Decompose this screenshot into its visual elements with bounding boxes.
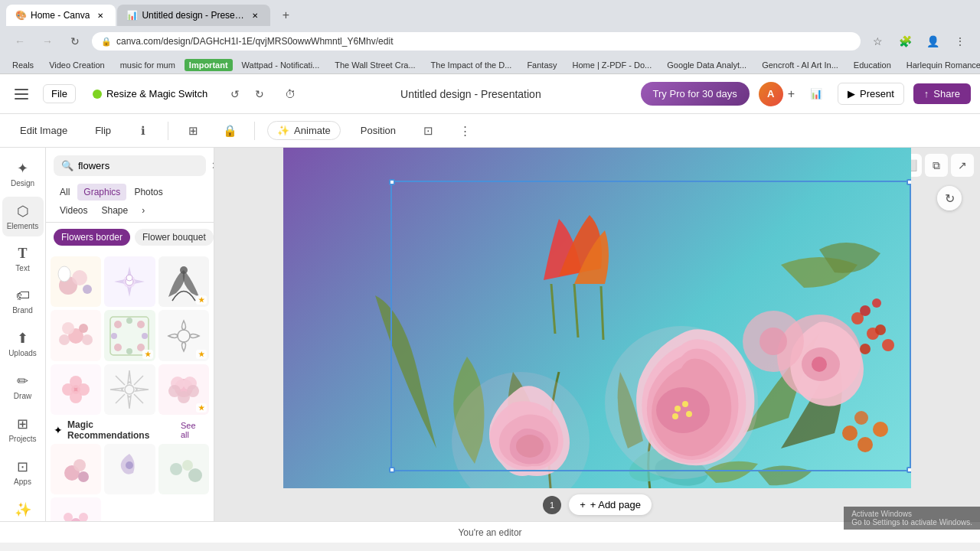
magic-item-2[interactable] xyxy=(104,444,155,494)
info-button[interactable]: ℹ xyxy=(131,119,155,143)
redo-button[interactable]: ↻ xyxy=(249,83,270,105)
flip-button[interactable]: Flip xyxy=(87,122,119,139)
refresh-canvas-button[interactable]: ↻ xyxy=(937,186,962,210)
magic-item-3[interactable] xyxy=(158,444,209,494)
sidebar-item-design[interactable]: ✦ Design xyxy=(2,154,44,194)
grid-item-7[interactable] xyxy=(51,364,101,415)
grid-item-3[interactable]: ★ xyxy=(158,256,209,307)
bookmark-wattpad[interactable]: Wattpad - Notificati... xyxy=(236,59,326,71)
extensions-btn[interactable]: 🧩 xyxy=(894,31,916,52)
separator-1 xyxy=(168,122,168,140)
bookmark-music[interactable]: music for mum xyxy=(114,59,181,71)
timer-button[interactable]: ⏱ xyxy=(279,83,301,105)
svg-point-41 xyxy=(126,461,133,469)
position-label: Position xyxy=(361,125,396,136)
forward-button[interactable]: → xyxy=(37,31,58,52)
bookmark-wsj[interactable]: The Wall Street Cra... xyxy=(328,59,421,71)
animate-button[interactable]: ✨ Animate xyxy=(267,121,341,140)
svg-point-84 xyxy=(875,324,886,335)
file-button[interactable]: File xyxy=(43,84,76,103)
sidebar-item-text[interactable]: T Text xyxy=(2,240,44,279)
edit-image-button[interactable]: Edit Image xyxy=(12,122,75,139)
sidebar-item-draw[interactable]: ✏ Draw xyxy=(2,367,44,406)
grid-item-5[interactable]: ★ xyxy=(104,310,155,360)
bookmark-impact[interactable]: The Impact of the D... xyxy=(425,59,518,71)
lock-button[interactable]: 🔒 xyxy=(217,119,242,143)
share-button[interactable]: ↑ Share xyxy=(913,83,971,104)
page-indicator[interactable]: 1 xyxy=(543,496,561,514)
add-page-button[interactable]: + + Add page xyxy=(569,494,652,515)
more-btn[interactable]: ⋮ xyxy=(949,31,971,52)
bookmark-important[interactable]: Important xyxy=(185,59,233,71)
new-tab-button[interactable]: + xyxy=(275,5,296,26)
sidebar-item-projects[interactable]: ⊞ Projects xyxy=(2,409,44,449)
tab-1-close[interactable]: ✕ xyxy=(94,9,106,21)
svg-point-77 xyxy=(672,413,678,419)
canvas[interactable] xyxy=(283,148,911,488)
browser-chrome: 🎨 Home - Canva ✕ 📊 Untitled design - Pre… xyxy=(0,0,980,74)
svg-point-90 xyxy=(860,305,871,316)
crop-button[interactable]: ⊞ xyxy=(181,119,205,143)
tab-2-close[interactable]: ✕ xyxy=(249,9,261,21)
svg-point-22 xyxy=(126,348,132,354)
analytics-button[interactable]: 📊 xyxy=(804,82,828,106)
magic-switch-label: Resize & Magic Switch xyxy=(106,88,207,99)
sidebar-item-elements[interactable]: ⬡ Elements xyxy=(2,197,44,236)
tab-shapes[interactable]: Shape xyxy=(95,202,134,219)
tab-videos[interactable]: Videos xyxy=(54,202,93,219)
add-page-plus-icon: + xyxy=(580,499,586,510)
grid-item-1[interactable] xyxy=(51,256,101,307)
search-input[interactable] xyxy=(78,160,207,171)
magic-item-4[interactable] xyxy=(51,497,101,521)
chip-flowers-border[interactable]: Flowers border xyxy=(54,229,130,246)
resize-icon-btn[interactable]: ⊡ xyxy=(416,119,440,143)
svg-point-20 xyxy=(142,333,148,339)
back-button[interactable]: ← xyxy=(9,31,31,52)
profile-btn[interactable]: 👤 xyxy=(922,31,943,52)
svg-point-42 xyxy=(170,463,182,475)
tab-all[interactable]: All xyxy=(54,184,76,201)
reload-button[interactable]: ↻ xyxy=(64,31,86,52)
position-button[interactable]: Position xyxy=(353,122,403,139)
grid-item-4[interactable] xyxy=(51,310,101,360)
present-button[interactable]: ▶ Present xyxy=(838,83,904,105)
magic-switch-button[interactable]: Resize & Magic Switch xyxy=(85,85,215,103)
sidebar-item-brand[interactable]: 🏷 Brand xyxy=(2,282,44,321)
bookmark-video-creation[interactable]: Video Creation xyxy=(43,59,111,71)
grid-item-8[interactable] xyxy=(104,364,155,415)
bookmark-education[interactable]: Education xyxy=(848,59,897,71)
bookmark-fantasy[interactable]: Fantasy xyxy=(521,59,563,71)
url-bar[interactable]: 🔒 canva.com/design/DAGHcH1I-1E/qvjMRS0ow… xyxy=(92,32,861,51)
bookmark-gencroft[interactable]: Gencroft - AI Art In... xyxy=(756,59,844,71)
grid-item-9[interactable]: ★ xyxy=(158,364,209,415)
hamburger-button[interactable] xyxy=(9,82,34,106)
tab-graphics[interactable]: Graphics xyxy=(77,184,126,201)
grid-item-2[interactable] xyxy=(104,256,155,307)
bookmark-star[interactable]: ☆ xyxy=(867,31,888,52)
tab-more[interactable]: › xyxy=(136,202,151,219)
chip-flower-bouquet[interactable]: Flower bouquet xyxy=(135,229,214,246)
bookmark-zpdf[interactable]: Home | Z-PDF - Do... xyxy=(567,59,658,71)
tab-photos[interactable]: Photos xyxy=(128,184,168,201)
bookmark-reals[interactable]: Reals xyxy=(6,59,40,71)
sidebar-item-uploads[interactable]: ⬆ Uploads xyxy=(2,324,44,364)
sidebar-label-elements: Elements xyxy=(7,222,39,230)
sidebar-item-apps[interactable]: ⊡ Apps xyxy=(2,452,44,492)
avatar-area[interactable]: A + xyxy=(759,82,795,106)
grid-item-6[interactable]: ★ xyxy=(158,310,209,360)
svg-point-12 xyxy=(62,322,74,334)
see-all-button[interactable]: See all xyxy=(181,421,206,439)
undo-button[interactable]: ↺ xyxy=(224,83,246,105)
more-options-btn[interactable]: ⋮ xyxy=(452,119,477,143)
try-pro-button[interactable]: Try Pro for 30 days xyxy=(641,82,750,106)
magic-item-1[interactable] xyxy=(51,444,101,494)
animate-label: Animate xyxy=(294,125,331,136)
tab-1[interactable]: 🎨 Home - Canva ✕ xyxy=(6,5,116,26)
tab-2[interactable]: 📊 Untitled design - Presentation ✕ xyxy=(117,5,270,26)
magic-rec-title: Magic Recommendations xyxy=(67,419,176,441)
svg-point-80 xyxy=(812,357,827,372)
bookmark-google[interactable]: Google Data Analyt... xyxy=(661,59,753,71)
sidebar-item-magic-media[interactable]: ✨ Magic Media xyxy=(2,495,44,521)
bookmark-harlequin[interactable]: Harlequin Romance... xyxy=(900,59,980,71)
svg-point-6 xyxy=(83,285,92,294)
